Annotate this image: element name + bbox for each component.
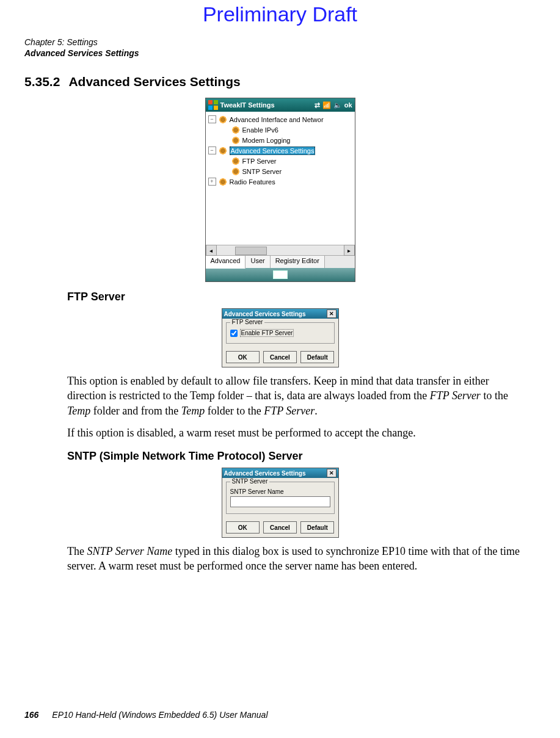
tree-item-radio[interactable]: + Radio Features (207, 176, 354, 187)
sntp-dialog: Advanced Services Settings ✕ SNTP Server… (222, 468, 339, 538)
network-icon: 📶 (322, 101, 331, 109)
tree-view[interactable]: − Advanced Interface and Networ Enable I… (206, 112, 355, 245)
tweakit-title-text: TweakIT Settings (220, 101, 275, 109)
close-icon[interactable]: ✕ (327, 309, 336, 318)
tab-user[interactable]: User (245, 256, 270, 268)
tree-item-sntp[interactable]: SNTP Server (207, 166, 354, 176)
ftp-paragraph-2: If this option is disabled, a warm reset… (0, 422, 560, 444)
gear-icon (231, 157, 240, 165)
ftp-fieldset: FTP Server Enable FTP Server (226, 322, 335, 344)
gear-icon (219, 115, 227, 124)
windows-logo-icon (208, 100, 218, 110)
expand-icon[interactable]: + (208, 178, 216, 186)
tree-item-adv-services[interactable]: − Advanced Services Settings (207, 145, 354, 156)
enable-ftp-checkbox[interactable] (230, 330, 238, 337)
scroll-track[interactable] (217, 246, 344, 255)
sip-bar[interactable] (206, 268, 355, 281)
keyboard-icon[interactable] (273, 270, 288, 279)
section-number: 5.35.2 (24, 74, 68, 89)
gear-icon (219, 147, 227, 155)
ftp-dialog: Advanced Services Settings ✕ FTP Server … (222, 308, 339, 367)
ok-button[interactable]: OK (226, 351, 260, 363)
close-icon[interactable]: ✕ (327, 469, 336, 477)
ftp-paragraph-1: This option is enabled by default to all… (0, 370, 560, 422)
preliminary-draft-watermark: Preliminary Draft (0, 0, 560, 26)
ftp-dialog-title-text: Advanced Services Settings (224, 311, 306, 317)
gear-icon (231, 167, 240, 176)
default-button[interactable]: Default (300, 351, 334, 363)
sntp-legend: SNTP Server (230, 478, 270, 485)
horizontal-scrollbar[interactable]: ◂ ▸ (206, 245, 355, 255)
ok-button[interactable]: OK (226, 521, 260, 534)
ftp-legend: FTP Server (230, 319, 265, 325)
sntp-dialog-title-text: Advanced Services Settings (224, 470, 306, 477)
tweakit-window: TweakIT Settings ⇄ 📶 🔈 ok − Advanced Int… (205, 98, 355, 282)
scroll-thumb[interactable] (235, 247, 267, 255)
ok-button[interactable]: ok (344, 101, 352, 109)
sntp-heading: SNTP (Simple Network Time Protocol) Serv… (0, 444, 560, 465)
sntp-field-label: SNTP Server Name (230, 488, 330, 495)
cancel-button[interactable]: Cancel (263, 351, 297, 363)
manual-title: EP10 Hand-Held (Windows Embedded 6.5) Us… (52, 710, 267, 720)
tweakit-titlebar: TweakIT Settings ⇄ 📶 🔈 ok (206, 98, 355, 112)
page-footer: 166EP10 Hand-Held (Windows Embedded 6.5)… (24, 710, 268, 720)
collapse-icon[interactable]: − (208, 115, 216, 123)
chapter-line-2: Advanced Services Settings (24, 48, 560, 59)
sntp-server-name-input[interactable] (230, 496, 330, 507)
default-button[interactable]: Default (300, 521, 334, 534)
volume-icon: 🔈 (333, 101, 342, 109)
sntp-fieldset: SNTP Server SNTP Server Name (226, 482, 335, 514)
gear-icon (219, 178, 227, 186)
section-heading: 5.35.2Advanced Services Settings (0, 59, 560, 93)
tree-item-ipv6[interactable]: Enable IPv6 (207, 125, 354, 135)
collapse-icon[interactable]: − (208, 147, 216, 154)
ftp-heading: FTP Server (0, 284, 560, 306)
tab-registry[interactable]: Registry Editor (271, 256, 325, 268)
tab-strip: Advanced User Registry Editor (206, 255, 355, 268)
gear-icon (231, 136, 240, 145)
signal-icon: ⇄ (315, 101, 320, 109)
ftp-dialog-titlebar: Advanced Services Settings ✕ (222, 309, 338, 319)
page-number: 166 (24, 710, 52, 720)
section-title-text: Advanced Services Settings (68, 74, 240, 89)
cancel-button[interactable]: Cancel (263, 521, 297, 534)
scroll-left-button[interactable]: ◂ (206, 245, 217, 256)
gear-icon (231, 126, 240, 134)
sntp-dialog-titlebar: Advanced Services Settings ✕ (222, 468, 338, 478)
tree-item-modem-logging[interactable]: Modem Logging (207, 135, 354, 145)
enable-ftp-label: Enable FTP Server (240, 329, 294, 337)
sntp-paragraph: The SNTP Server Name typed in this dialo… (0, 540, 560, 577)
tree-item-ftp[interactable]: FTP Server (207, 156, 354, 166)
tree-item-adv-interface[interactable]: − Advanced Interface and Networ (207, 114, 354, 125)
chapter-line-1: Chapter 5: Settings (24, 37, 560, 48)
tab-advanced[interactable]: Advanced (206, 256, 246, 269)
scroll-right-button[interactable]: ▸ (344, 245, 355, 256)
